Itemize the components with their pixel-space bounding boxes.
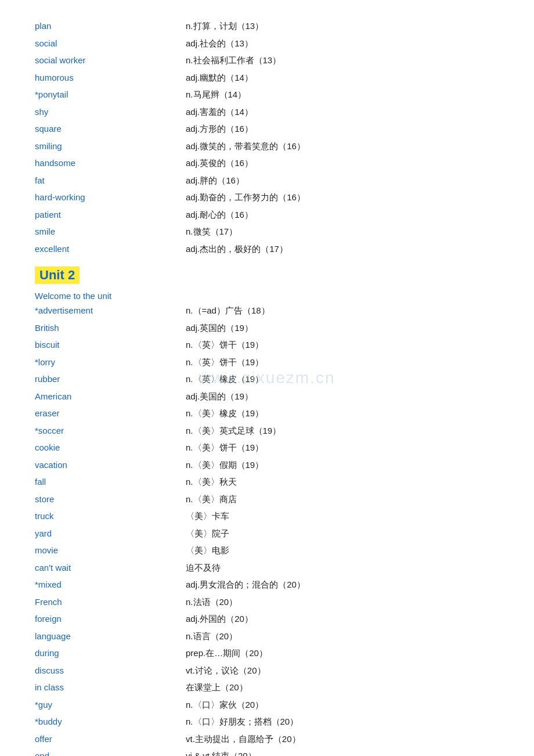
def-cell: vi.& vt.结束（20） bbox=[186, 747, 499, 756]
table-row: handsome adj.英俊的（16） bbox=[35, 154, 499, 172]
table-row: humorous adj.幽默的（14） bbox=[35, 69, 499, 87]
table-row: American adj.美国的（19） bbox=[35, 388, 499, 405]
def-cell: 〈美〉电影 bbox=[186, 542, 499, 559]
table-row: eraser n.〈美〉橡皮（19） bbox=[35, 405, 499, 422]
def-cell: n.〈美〉秋天 bbox=[186, 473, 499, 491]
table-row: smile n.微笑（17） bbox=[35, 223, 499, 240]
def-cell: n.马尾辫（14） bbox=[186, 86, 499, 103]
table-row: *soccer n.〈美〉英式足球（19） bbox=[35, 422, 499, 440]
def-cell: vt.讨论，议论（20） bbox=[186, 662, 499, 679]
def-cell: adj.害羞的（14） bbox=[186, 103, 499, 121]
table-row: in class 在课堂上（20） bbox=[35, 679, 499, 696]
table-row: social worker n.社会福利工作者（13） bbox=[35, 52, 499, 69]
table-row: plan n.打算，计划（13） bbox=[35, 17, 499, 35]
def-cell: prep.在…期间（20） bbox=[186, 645, 499, 662]
def-cell: adj.英国的（19） bbox=[186, 319, 499, 337]
word-cell: *advertisement bbox=[35, 302, 186, 319]
word-cell: rubber bbox=[35, 370, 186, 388]
def-cell: n.〈美〉橡皮（19） bbox=[186, 405, 499, 422]
word-cell: movie bbox=[35, 542, 186, 559]
def-cell: n.（=ad）广告（18） bbox=[186, 302, 499, 319]
def-cell: adj.方形的（16） bbox=[186, 120, 499, 138]
def-cell: adj.社会的（13） bbox=[186, 35, 499, 52]
table-row: fall n.〈美〉秋天 bbox=[35, 473, 499, 491]
table-row: during prep.在…期间（20） bbox=[35, 645, 499, 662]
word-cell: square bbox=[35, 120, 186, 138]
word-cell: fat bbox=[35, 172, 186, 189]
word-cell: end bbox=[35, 747, 186, 756]
def-cell: n.社会福利工作者（13） bbox=[186, 52, 499, 69]
word-cell: cookie bbox=[35, 439, 186, 456]
def-cell: vt.主动提出，自愿给予（20） bbox=[186, 730, 499, 748]
table-row: rubber n.〈英〉橡皮（19） bbox=[35, 370, 499, 388]
def-cell: n.〈美〉商店 bbox=[186, 491, 499, 508]
table-row: social adj.社会的（13） bbox=[35, 35, 499, 52]
table-row: cookie n.〈美〉饼干（19） bbox=[35, 439, 499, 456]
def-cell: 〈美〉卡车 bbox=[186, 507, 499, 525]
table-row: truck 〈美〉卡车 bbox=[35, 507, 499, 525]
def-cell: n.〈口〉家伙（20） bbox=[186, 696, 499, 714]
word-cell: smile bbox=[35, 223, 186, 240]
table-row: *advertisement n.（=ad）广告（18） bbox=[35, 302, 499, 319]
word-cell: patient bbox=[35, 206, 186, 224]
def-cell: n.微笑（17） bbox=[186, 223, 499, 240]
word-cell: social worker bbox=[35, 52, 186, 69]
def-cell: n.法语（20） bbox=[186, 593, 499, 611]
word-cell: smiling bbox=[35, 138, 186, 155]
table-row: language n.语言（20） bbox=[35, 628, 499, 645]
word-cell: British bbox=[35, 319, 186, 337]
def-cell: n.语言（20） bbox=[186, 628, 499, 645]
table-row: biscuit n.〈英〉饼干（19） bbox=[35, 336, 499, 354]
def-cell: n.〈英〉饼干（19） bbox=[186, 336, 499, 354]
unit2-welcome: Welcome to the unit bbox=[35, 289, 499, 302]
def-cell: adj.英俊的（16） bbox=[186, 154, 499, 172]
table-row: store n.〈美〉商店 bbox=[35, 491, 499, 508]
table-row: foreign adj.外国的（20） bbox=[35, 610, 499, 628]
unit2-header: Unit 2 bbox=[35, 267, 80, 284]
word-cell: language bbox=[35, 628, 186, 645]
word-cell: eraser bbox=[35, 405, 186, 422]
word-cell: *mixed bbox=[35, 576, 186, 593]
word-cell: during bbox=[35, 645, 186, 662]
word-cell: discuss bbox=[35, 662, 186, 679]
table-row: yard 〈美〉院子 bbox=[35, 525, 499, 542]
word-cell: fall bbox=[35, 473, 186, 491]
word-cell: foreign bbox=[35, 610, 186, 628]
word-cell: excellent bbox=[35, 240, 186, 258]
table-row: offer vt.主动提出，自愿给予（20） bbox=[35, 730, 499, 748]
word-cell: hard-working bbox=[35, 189, 186, 206]
def-cell: n.〈口〉好朋友；搭档（20） bbox=[186, 713, 499, 730]
table-row: *mixed adj.男女混合的；混合的（20） bbox=[35, 576, 499, 593]
def-cell: adj.勤奋的，工作努力的（16） bbox=[186, 189, 499, 206]
def-cell: 在课堂上（20） bbox=[186, 679, 499, 696]
table-row: *ponytail n.马尾辫（14） bbox=[35, 86, 499, 103]
word-cell: *soccer bbox=[35, 422, 186, 440]
def-cell: 〈美〉院子 bbox=[186, 525, 499, 542]
def-cell: n.〈英〉饼干（19） bbox=[186, 354, 499, 371]
table-row: excellent adj.杰出的，极好的（17） bbox=[35, 240, 499, 258]
table-row: smiling adj.微笑的，带着笑意的（16） bbox=[35, 138, 499, 155]
table-row: shy adj.害羞的（14） bbox=[35, 103, 499, 121]
word-cell: French bbox=[35, 593, 186, 611]
table-row: can't wait 迫不及待 bbox=[35, 559, 499, 577]
word-cell: offer bbox=[35, 730, 186, 748]
word-cell: can't wait bbox=[35, 559, 186, 577]
def-cell: adj.胖的（16） bbox=[186, 172, 499, 189]
table-row: fat adj.胖的（16） bbox=[35, 172, 499, 189]
def-cell: n.打算，计划（13） bbox=[186, 17, 499, 35]
table-row: patient adj.耐心的（16） bbox=[35, 206, 499, 224]
table-row: French n.法语（20） bbox=[35, 593, 499, 611]
word-cell: American bbox=[35, 388, 186, 405]
word-cell: *ponytail bbox=[35, 86, 186, 103]
def-cell: adj.美国的（19） bbox=[186, 388, 499, 405]
word-cell: store bbox=[35, 491, 186, 508]
table-row: square adj.方形的（16） bbox=[35, 120, 499, 138]
word-cell: in class bbox=[35, 679, 186, 696]
def-cell: n.〈美〉饼干（19） bbox=[186, 439, 499, 456]
vocab-table-unit2: *advertisement n.（=ad）广告（18） British adj… bbox=[35, 302, 499, 756]
word-cell: *buddy bbox=[35, 713, 186, 730]
def-cell: n.〈美〉英式足球（19） bbox=[186, 422, 499, 440]
word-cell: truck bbox=[35, 507, 186, 525]
table-row: discuss vt.讨论，议论（20） bbox=[35, 662, 499, 679]
word-cell: *guy bbox=[35, 696, 186, 714]
